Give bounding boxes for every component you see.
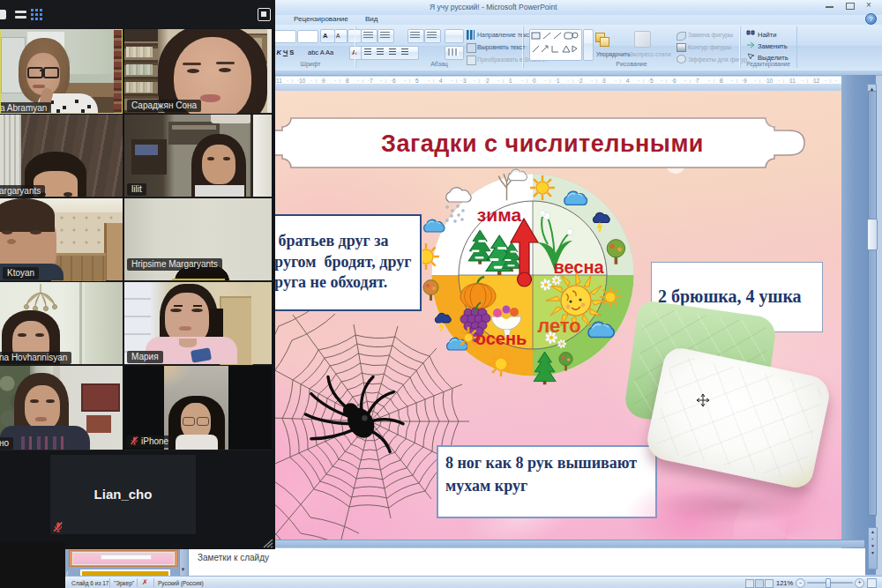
svg-text:зима: зима (477, 205, 522, 225)
svg-text:лето: лето (537, 315, 581, 337)
svg-text:осень: осень (475, 329, 527, 348)
svg-text:весна: весна (553, 257, 604, 277)
